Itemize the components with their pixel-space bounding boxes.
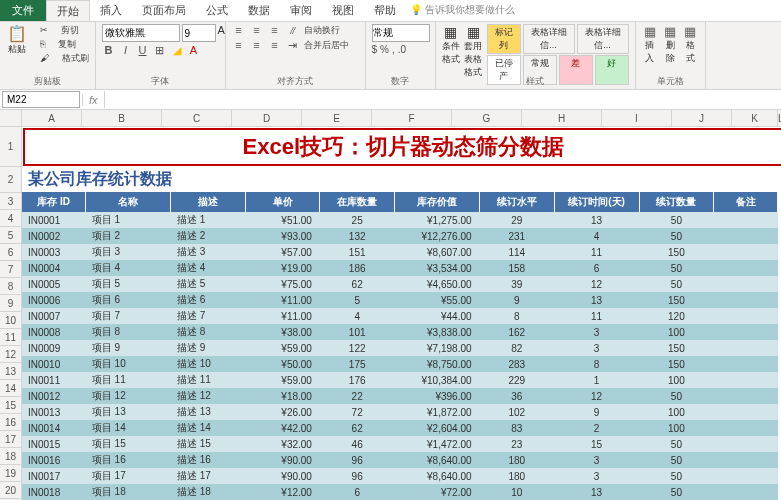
bold-button[interactable]: B <box>102 44 116 57</box>
review-tab[interactable]: 审阅 <box>280 0 322 21</box>
table-cell[interactable]: 50 <box>639 228 713 244</box>
row-header[interactable]: 16 <box>0 414 22 431</box>
row-header[interactable]: 4 <box>0 210 22 227</box>
column-header-cell[interactable]: 续订水平 <box>480 192 554 212</box>
table-row[interactable]: IN0017项目 17描述 17¥90.0096¥8,640.00180350 <box>22 468 778 484</box>
table-cell[interactable]: 项目 2 <box>86 228 171 244</box>
table-cell[interactable]: IN0002 <box>22 228 86 244</box>
column-header[interactable]: H <box>522 110 602 127</box>
row-header[interactable]: 14 <box>0 380 22 397</box>
table-cell[interactable]: IN0014 <box>22 420 86 436</box>
table-cell[interactable] <box>714 212 778 228</box>
table-cell[interactable]: 项目 9 <box>86 340 171 356</box>
table-format-button[interactable]: ▦套用表格格式 <box>464 24 483 79</box>
table-cell[interactable]: 120 <box>639 308 713 324</box>
table-cell[interactable]: 9 <box>480 292 554 308</box>
table-cell[interactable]: 132 <box>320 228 394 244</box>
table-cell[interactable]: IN0005 <box>22 276 86 292</box>
row-header[interactable]: 17 <box>0 431 22 448</box>
table-cell[interactable]: 72 <box>320 404 394 420</box>
table-cell[interactable]: 15 <box>554 436 639 452</box>
table-cell[interactable]: 83 <box>480 420 554 436</box>
table-cell[interactable]: 3 <box>554 468 639 484</box>
table-cell[interactable]: ¥8,640.00 <box>394 452 479 468</box>
table-cell[interactable]: 项目 15 <box>86 436 171 452</box>
table-cell[interactable]: ¥8,640.00 <box>394 468 479 484</box>
table-cell[interactable]: 114 <box>480 244 554 260</box>
formula-tab[interactable]: 公式 <box>196 0 238 21</box>
italic-button[interactable]: I <box>119 44 133 57</box>
table-cell[interactable]: 描述 15 <box>171 436 245 452</box>
table-cell[interactable]: ¥93.00 <box>245 228 319 244</box>
table-cell[interactable]: 25 <box>320 212 394 228</box>
row-header[interactable]: 6 <box>0 244 22 261</box>
row-header[interactable]: 18 <box>0 448 22 465</box>
table-row[interactable]: IN0007项目 7描述 7¥11.004¥44.00811120 <box>22 308 778 324</box>
formula-bar[interactable] <box>104 91 781 108</box>
column-header[interactable]: J <box>672 110 732 127</box>
table-cell[interactable]: 162 <box>480 324 554 340</box>
table-cell[interactable]: ¥3,838.00 <box>394 324 479 340</box>
column-header-cell[interactable]: 库存 ID <box>22 192 86 212</box>
table-cell[interactable]: 22 <box>320 388 394 404</box>
table-cell[interactable]: 23 <box>480 436 554 452</box>
table-cell[interactable] <box>714 228 778 244</box>
inc-decimal-icon[interactable]: .0 <box>398 44 406 55</box>
table-cell[interactable]: 描述 13 <box>171 404 245 420</box>
table-cell[interactable]: 9 <box>554 404 639 420</box>
table-cell[interactable]: IN0001 <box>22 212 86 228</box>
column-header-cell[interactable]: 单价 <box>245 192 319 212</box>
table-cell[interactable]: 描述 9 <box>171 340 245 356</box>
table-cell[interactable]: 46 <box>320 436 394 452</box>
percent-icon[interactable]: % <box>380 44 389 55</box>
column-header-cell[interactable]: 续订数量 <box>639 192 713 212</box>
row-header[interactable]: 7 <box>0 261 22 278</box>
table-cell[interactable]: 122 <box>320 340 394 356</box>
column-header-cell[interactable]: 续订时间(天) <box>554 192 639 212</box>
column-header[interactable]: D <box>232 110 302 127</box>
column-header[interactable]: K <box>732 110 778 127</box>
table-cell[interactable]: IN0013 <box>22 404 86 420</box>
table-cell[interactable] <box>714 436 778 452</box>
table-row[interactable]: IN0014项目 14描述 14¥42.0062¥2,604.00832100 <box>22 420 778 436</box>
table-cell[interactable]: ¥32.00 <box>245 436 319 452</box>
table-cell[interactable]: ¥59.00 <box>245 372 319 388</box>
table-cell[interactable]: IN0009 <box>22 340 86 356</box>
table-cell[interactable]: 100 <box>639 324 713 340</box>
style-cell1[interactable]: 表格详细信... <box>523 24 575 54</box>
table-cell[interactable] <box>714 244 778 260</box>
table-cell[interactable]: 描述 10 <box>171 356 245 372</box>
table-cell[interactable]: 描述 4 <box>171 260 245 276</box>
top-align-icon[interactable]: ≡ <box>232 24 246 37</box>
format-cell-button[interactable]: ▦格式 <box>682 24 698 65</box>
table-cell[interactable]: 4 <box>320 308 394 324</box>
font-name-select[interactable] <box>102 24 180 42</box>
table-cell[interactable]: IN0017 <box>22 468 86 484</box>
font-color-button[interactable]: A <box>187 44 201 57</box>
table-cell[interactable]: 231 <box>480 228 554 244</box>
row-header[interactable]: 3 <box>0 193 22 210</box>
table-cell[interactable]: 100 <box>639 420 713 436</box>
name-box[interactable] <box>2 91 80 108</box>
row-header[interactable]: 11 <box>0 329 22 346</box>
table-cell[interactable]: 62 <box>320 276 394 292</box>
table-cell[interactable]: 2 <box>554 420 639 436</box>
table-cell[interactable]: 82 <box>480 340 554 356</box>
style-cell2[interactable]: 表格详细信... <box>577 24 629 54</box>
table-cell[interactable]: 项目 18 <box>86 484 171 500</box>
row-header[interactable]: 13 <box>0 363 22 380</box>
table-cell[interactable]: IN0008 <box>22 324 86 340</box>
delete-cell-button[interactable]: ▦删除 <box>662 24 678 65</box>
table-row[interactable]: IN0009项目 9描述 9¥59.00122¥7,198.00823150 <box>22 340 778 356</box>
font-size-select[interactable] <box>182 24 216 42</box>
table-cell[interactable]: 项目 7 <box>86 308 171 324</box>
table-cell[interactable]: ¥55.00 <box>394 292 479 308</box>
table-row[interactable]: IN0004项目 4描述 4¥19.00186¥3,534.00158650 <box>22 260 778 276</box>
table-cell[interactable]: 描述 12 <box>171 388 245 404</box>
home-tab[interactable]: 开始 <box>46 0 90 21</box>
table-cell[interactable]: 151 <box>320 244 394 260</box>
table-cell[interactable]: 描述 3 <box>171 244 245 260</box>
table-cell[interactable]: 项目 16 <box>86 452 171 468</box>
table-cell[interactable]: ¥44.00 <box>394 308 479 324</box>
help-tab[interactable]: 帮助 <box>364 0 406 21</box>
